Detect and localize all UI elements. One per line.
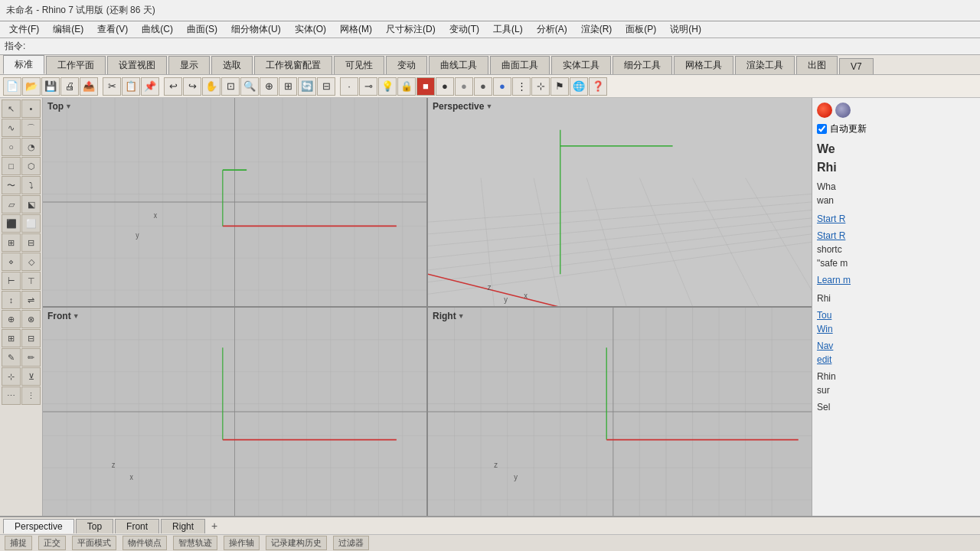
bottom-tab-right[interactable]: Right xyxy=(161,519,205,533)
menu-item-d[interactable]: 尺寸标注(D) xyxy=(380,21,442,37)
transform2-btn[interactable]: ⇌ xyxy=(21,291,41,309)
menu-item-l[interactable]: 工具(L) xyxy=(487,21,529,37)
open-btn[interactable]: 📂 xyxy=(22,77,41,96)
menu-item-r[interactable]: 渲染(R) xyxy=(575,21,619,37)
snap1-btn[interactable]: ⊕ xyxy=(2,310,21,328)
grey-sphere-btn[interactable]: ● xyxy=(455,77,473,96)
mesh1-btn[interactable]: ⊞ xyxy=(2,233,21,252)
toolbar-tab-5[interactable]: 工作视窗配置 xyxy=(254,56,332,74)
toolbar-tab-2[interactable]: 设置视图 xyxy=(107,56,167,74)
print-btn[interactable]: 🖨 xyxy=(60,77,79,96)
dark-sphere-btn[interactable]: ● xyxy=(474,77,492,96)
subdiv1-btn[interactable]: ⋄ xyxy=(2,253,21,271)
render-sphere-btn[interactable]: ● xyxy=(436,77,454,96)
toolbar-tab-7[interactable]: 变动 xyxy=(386,56,427,74)
toolbar-tab-13[interactable]: 渲染工具 xyxy=(735,56,795,74)
cmd-input[interactable] xyxy=(28,41,975,52)
shaded-btn[interactable]: ■ xyxy=(416,77,435,96)
vp-front-label[interactable]: Front ▼ xyxy=(47,311,80,321)
pan-btn[interactable]: ✋ xyxy=(202,77,220,96)
toolbar-tab-10[interactable]: 实体工具 xyxy=(551,56,611,74)
menu-item-c[interactable]: 曲线(C) xyxy=(136,21,179,37)
auto-update-checkbox[interactable] xyxy=(817,124,827,134)
menu-item-o[interactable]: 实体(O) xyxy=(289,21,332,37)
rp-touch-link[interactable]: TouWin xyxy=(817,310,833,334)
status-[interactable]: 过滤器 xyxy=(333,536,369,550)
new-btn[interactable]: 📄 xyxy=(3,77,21,96)
status-[interactable]: 捕捉 xyxy=(5,536,32,550)
rp-nav-link[interactable]: Navedit xyxy=(817,341,833,365)
misc4-btn[interactable]: ⋮ xyxy=(21,386,41,405)
viewport-perspective[interactable]: z y x Perspective ▼ xyxy=(428,98,812,306)
edit1-btn[interactable]: ✎ xyxy=(2,348,21,367)
analyse-btn[interactable]: ⚑ xyxy=(550,77,569,96)
dim2-btn[interactable]: ⊤ xyxy=(21,272,41,290)
subdiv-btn[interactable]: ⊹ xyxy=(531,77,550,96)
menu-item-s[interactable]: 曲面(S) xyxy=(181,21,224,37)
bottom-tab-perspective[interactable]: Perspective xyxy=(3,519,74,533)
rp-start-link1[interactable]: Start R xyxy=(817,214,845,224)
freeform2-btn[interactable]: ⤵ xyxy=(21,176,41,194)
zoom-win-btn[interactable]: ⊞ xyxy=(279,77,297,96)
toolbar-tab-14[interactable]: 出图 xyxy=(796,56,838,74)
toolbar-tab-15[interactable]: V7 xyxy=(839,58,874,74)
solid1-btn[interactable]: ⬛ xyxy=(2,214,21,233)
curve-btn[interactable]: ∿ xyxy=(2,119,21,137)
toolbar-tab-9[interactable]: 曲面工具 xyxy=(490,56,550,74)
polyline-btn[interactable]: ⌒ xyxy=(21,119,41,137)
misc3-btn[interactable]: ⋯ xyxy=(2,386,21,405)
rp-start-link2[interactable]: Start R xyxy=(817,230,845,241)
zoom-ext-btn[interactable]: ⊡ xyxy=(221,77,240,96)
viewport-front[interactable]: z x Front ▼ xyxy=(43,308,426,516)
lock-btn[interactable]: 🔒 xyxy=(397,77,416,96)
menu-item-u[interactable]: 细分物体(U) xyxy=(225,21,287,37)
status-[interactable]: 物件锁点 xyxy=(122,536,167,550)
mesh-btn[interactable]: ⋮ xyxy=(512,77,531,96)
solid2-btn[interactable]: ⬜ xyxy=(21,214,41,233)
menu-item-h[interactable]: 说明(H) xyxy=(664,21,707,37)
zoom-in-btn[interactable]: 🔍 xyxy=(240,77,259,96)
redo-btn[interactable]: ↪ xyxy=(183,77,201,96)
blue-sphere-btn[interactable]: ● xyxy=(493,77,511,96)
toolbar-tab-8[interactable]: 曲线工具 xyxy=(429,56,488,74)
misc2-btn[interactable]: ⊻ xyxy=(21,367,41,386)
cut-btn[interactable]: ✂ xyxy=(103,77,121,96)
layout2-btn[interactable]: ⊟ xyxy=(21,329,41,347)
menu-item-p[interactable]: 面板(P) xyxy=(619,21,662,37)
bottom-tab-top[interactable]: Top xyxy=(76,519,113,533)
toolbar-tab-11[interactable]: 细分工具 xyxy=(612,56,672,74)
mesh2-btn[interactable]: ⊟ xyxy=(21,233,41,252)
toolbar-tab-6[interactable]: 可见性 xyxy=(334,56,384,74)
freeform-btn[interactable]: 〜 xyxy=(2,176,21,194)
viewport-top[interactable]: y x Top ▼ xyxy=(43,98,426,306)
select-btn[interactable]: ↖ xyxy=(2,99,21,118)
point-tool-btn[interactable]: • xyxy=(21,99,41,118)
menu-item-e[interactable]: 编辑(E) xyxy=(47,21,90,37)
vp-layout-btn[interactable]: ⊟ xyxy=(317,77,335,96)
status-[interactable]: 操作轴 xyxy=(224,536,260,550)
menu-item-v[interactable]: 查看(V) xyxy=(91,21,134,37)
menu-item-a[interactable]: 分析(A) xyxy=(531,21,573,37)
add-tab-button[interactable]: + xyxy=(207,519,222,533)
transform1-btn[interactable]: ↕ xyxy=(2,291,21,309)
toolbar-tab-12[interactable]: 网格工具 xyxy=(674,56,733,74)
vp-perspective-label[interactable]: Perspective ▼ xyxy=(433,101,492,112)
subdiv2-btn[interactable]: ◇ xyxy=(21,253,41,271)
toolbar-tab-3[interactable]: 显示 xyxy=(168,56,210,74)
polygon-btn[interactable]: ⬡ xyxy=(21,157,41,175)
toolbar-tab-1[interactable]: 工作平面 xyxy=(46,56,106,74)
toolbar-tab-4[interactable]: 选取 xyxy=(211,56,253,74)
snap-btn[interactable]: ⊸ xyxy=(359,77,377,96)
rp-learn-link[interactable]: Learn m xyxy=(817,275,851,285)
light-btn[interactable]: 💡 xyxy=(378,77,397,96)
snap2-btn[interactable]: ⊗ xyxy=(21,310,41,328)
status-[interactable]: 智慧轨迹 xyxy=(173,536,217,550)
bottom-tab-front[interactable]: Front xyxy=(115,519,159,533)
undo-btn[interactable]: ↩ xyxy=(164,77,182,96)
edit2-btn[interactable]: ✏ xyxy=(21,348,41,367)
status-[interactable]: 平面模式 xyxy=(72,536,116,550)
save-btn[interactable]: 💾 xyxy=(41,77,60,96)
menu-item-t[interactable]: 变动(T) xyxy=(443,21,485,37)
surf2-btn[interactable]: ⬕ xyxy=(21,195,41,214)
dim1-btn[interactable]: ⊢ xyxy=(2,272,21,290)
